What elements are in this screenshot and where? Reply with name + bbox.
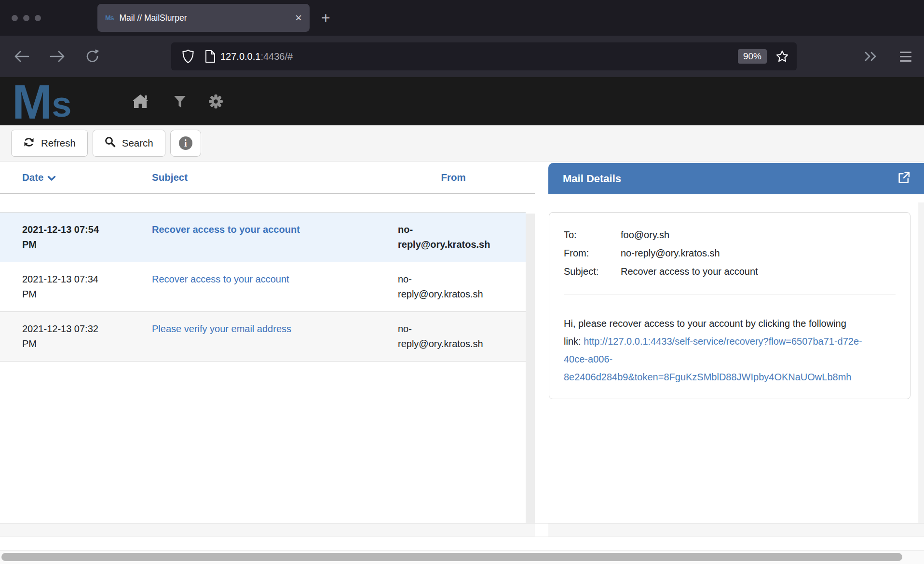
mail-list-header: Date Subject From xyxy=(0,161,526,193)
from-value: no-reply@ory.kratos.sh xyxy=(621,244,720,262)
mail-subject-link[interactable]: Please verify your email address xyxy=(152,323,291,334)
refresh-label: Refresh xyxy=(41,137,76,149)
app-header: Ms xyxy=(0,77,924,125)
tab-title: Mail // MailSlurper xyxy=(119,13,290,23)
horizontal-scrollbar-thumb[interactable] xyxy=(1,553,902,561)
mail-details-card: To:foo@ory.sh From:no-reply@ory.kratos.s… xyxy=(549,212,910,399)
back-icon[interactable] xyxy=(14,50,30,63)
main-content: Date Subject From 2021-12-13 07:54 PM Re… xyxy=(0,161,924,523)
mail-details-title: Mail Details xyxy=(563,173,897,185)
search-button[interactable]: Search xyxy=(93,130,165,157)
mailslurper-logo[interactable]: Ms xyxy=(12,74,67,130)
list-header-divider xyxy=(0,193,535,194)
browser-window: Ms Mail // MailSlurper × + 127.0.0.1:443… xyxy=(0,0,924,564)
menu-hamburger-icon[interactable] xyxy=(900,52,911,62)
mail-date: 2021-12-13 07:54 PM xyxy=(0,222,107,252)
url-bar[interactable]: 127.0.0.1:4436/# 90% xyxy=(171,42,797,70)
window-control-dot[interactable] xyxy=(35,15,41,21)
window-controls xyxy=(12,15,41,21)
refresh-icon xyxy=(23,136,35,150)
zoom-level-badge[interactable]: 90% xyxy=(738,49,767,64)
mail-rows: 2021-12-13 07:54 PM Recover access to yo… xyxy=(0,212,526,362)
column-header-from: From xyxy=(398,172,509,183)
mail-date: 2021-12-13 07:34 PM xyxy=(0,272,107,302)
mail-row[interactable]: 2021-12-13 07:54 PM Recover access to yo… xyxy=(0,212,526,262)
window-control-dot[interactable] xyxy=(23,15,29,21)
subject-value: Recover access to your account xyxy=(621,262,758,281)
subject-label: Subject: xyxy=(564,262,621,281)
info-icon: i xyxy=(179,136,192,150)
open-external-icon[interactable] xyxy=(897,171,910,186)
horizontal-scrollbar-track xyxy=(0,550,924,564)
mail-details-header: Mail Details xyxy=(548,163,924,194)
to-label: To: xyxy=(564,226,621,244)
sort-desc-chevron-icon xyxy=(47,172,56,183)
vertical-scrollbar-track[interactable] xyxy=(918,202,924,523)
url-suffix: :4436/# xyxy=(260,51,293,62)
to-value: foo@ory.sh xyxy=(621,226,669,244)
footer-band xyxy=(0,523,924,537)
from-label: From: xyxy=(564,244,621,262)
search-icon xyxy=(105,136,116,150)
url-text: 127.0.0.1:4436/# xyxy=(220,51,293,62)
browser-navbar: 127.0.0.1:4436/# 90% xyxy=(0,36,924,77)
page-info-icon[interactable] xyxy=(205,50,216,63)
reload-icon[interactable] xyxy=(85,49,100,64)
browser-tab-bar: Ms Mail // MailSlurper × + xyxy=(0,0,924,36)
recovery-link[interactable]: http://127.0.0.1:4433/self-service/recov… xyxy=(564,336,862,382)
info-button[interactable]: i xyxy=(170,130,201,157)
column-header-subject: Subject xyxy=(107,172,379,183)
panel-gap xyxy=(535,161,548,523)
search-label: Search xyxy=(122,137,153,149)
url-host: 127.0.0.1 xyxy=(220,51,260,62)
mail-subject-link[interactable]: Recover access to your account xyxy=(152,224,300,235)
new-tab-button[interactable]: + xyxy=(321,10,330,26)
forward-icon[interactable] xyxy=(49,50,66,63)
column-header-date[interactable]: Date xyxy=(0,172,107,183)
card-divider xyxy=(564,295,896,295)
home-icon[interactable] xyxy=(131,94,149,111)
mail-date: 2021-12-13 07:32 PM xyxy=(0,322,107,351)
mail-body: Hi, please recover access to your accoun… xyxy=(564,315,863,386)
mail-row[interactable]: 2021-12-13 07:32 PM Please verify your e… xyxy=(0,311,526,362)
mail-from: no-reply@ory.kratos.sh xyxy=(379,322,497,351)
window-control-dot[interactable] xyxy=(12,15,18,21)
settings-gear-icon[interactable] xyxy=(208,94,223,111)
app-toolbar: Refresh Search i xyxy=(0,125,924,161)
overflow-chevrons-icon[interactable] xyxy=(863,50,879,63)
mail-row[interactable]: 2021-12-13 07:34 PM Recover access to yo… xyxy=(0,262,526,311)
mailslurper-favicon-icon: Ms xyxy=(105,14,113,22)
refresh-button[interactable]: Refresh xyxy=(11,130,88,157)
browser-tab[interactable]: Ms Mail // MailSlurper × xyxy=(97,4,310,32)
mail-subject-link[interactable]: Recover access to your account xyxy=(152,274,289,284)
bookmark-star-icon[interactable] xyxy=(775,50,789,63)
footer-band-light xyxy=(0,537,924,550)
mail-from: no-reply@ory.kratos.sh xyxy=(379,272,497,302)
mail-details-panel: Mail Details To:foo@ory.sh From:no-reply… xyxy=(548,161,924,523)
tab-close-icon[interactable]: × xyxy=(295,12,302,24)
shield-icon[interactable] xyxy=(182,49,194,64)
filter-icon[interactable] xyxy=(174,95,186,110)
panel-divider xyxy=(526,161,535,523)
mail-from: no-reply@ory.kratos.sh xyxy=(379,222,497,252)
mail-list-panel: Date Subject From 2021-12-13 07:54 PM Re… xyxy=(0,161,526,523)
